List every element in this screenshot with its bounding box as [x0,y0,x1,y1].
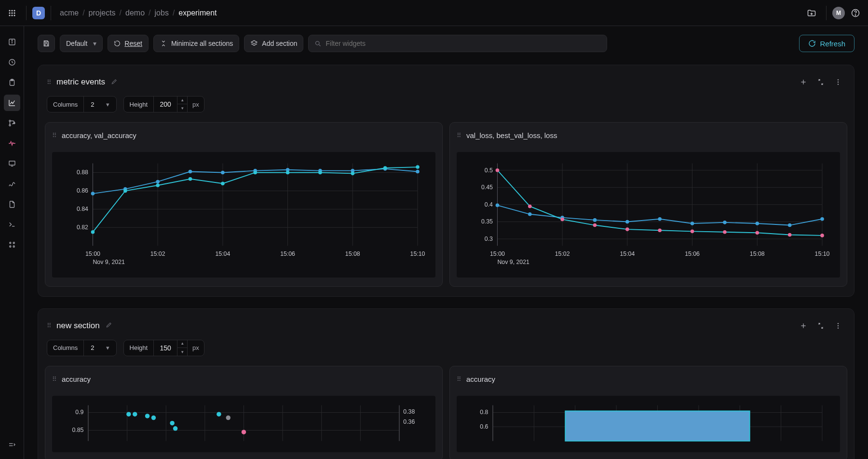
more-icon[interactable] [831,75,845,89]
plot-area[interactable]: 0.30.350.40.450.515:0015:0215:0415:0615:… [457,152,840,278]
svg-point-111 [625,220,629,224]
svg-point-8 [14,14,15,16]
svg-text:0.36: 0.36 [403,418,415,425]
crumb-demo[interactable]: demo [125,9,145,17]
layout-dropdown[interactable]: Default ▾ [60,35,103,52]
svg-text:15:00: 15:00 [85,250,100,257]
rail-apps-icon[interactable] [4,236,20,253]
chart-title: accuracy, val_accuracy [62,131,136,139]
crumb-experiment[interactable]: experiment [178,9,217,17]
svg-point-152 [133,412,137,416]
drag-handle-icon[interactable]: ⠿ [47,322,52,329]
svg-point-113 [691,222,694,225]
divider [26,6,27,20]
columns-label: Columns [47,340,84,356]
collapse-icon[interactable] [814,75,828,89]
top-bar: D acme / projects / demo / jobs / experi… [0,0,868,26]
filter-input-field[interactable] [326,40,601,47]
edit-icon[interactable] [111,78,118,86]
plot-area[interactable]: 0.60.8 [457,396,840,452]
svg-point-32 [316,41,320,45]
rail-charts-icon[interactable] [4,95,20,111]
svg-text:0.88: 0.88 [77,169,88,176]
save-button[interactable] [38,35,55,52]
plot-area[interactable]: 0.850.90.380.36 [52,396,435,452]
avatar[interactable]: M [832,7,845,19]
help-icon[interactable] [847,4,864,22]
svg-point-77 [253,171,257,175]
svg-text:0.82: 0.82 [77,224,88,231]
add-chart-icon[interactable] [796,319,811,333]
rail-branch-icon[interactable] [4,115,20,131]
rail-terminal-icon[interactable] [4,216,20,233]
stepper-up-icon[interactable]: ▲ [177,96,187,104]
svg-point-133 [838,327,839,328]
svg-point-78 [286,171,290,175]
add-chart-icon[interactable] [796,75,811,89]
section-title: new section [56,321,100,331]
height-input[interactable] [154,344,177,352]
rail-clipboard-icon[interactable] [4,74,20,91]
crumb-acme[interactable]: acme [60,9,79,17]
left-rail [0,26,24,459]
breadcrumb: acme / projects / demo / jobs / experime… [60,9,217,17]
divider [51,6,51,20]
rail-monitor-icon[interactable] [4,155,20,172]
svg-point-76 [221,181,225,185]
stepper-down-icon[interactable]: ▼ [177,104,187,112]
svg-text:0.6: 0.6 [480,423,488,430]
collapse-icon[interactable] [814,319,828,333]
columns-select[interactable]: 2 ▾ [84,97,116,112]
project-badge[interactable]: D [32,7,45,19]
svg-text:0.38: 0.38 [403,408,415,415]
svg-point-25 [13,242,14,244]
svg-point-26 [9,246,11,247]
svg-text:0.35: 0.35 [481,218,493,225]
rail-info-icon[interactable] [4,34,20,50]
svg-point-1 [11,10,13,11]
svg-point-154 [151,416,156,420]
rail-clock-icon[interactable] [4,54,20,70]
section-title: metric events [56,77,105,87]
refresh-button[interactable]: Refresh [799,35,854,52]
filter-widgets-input[interactable] [308,35,607,52]
svg-point-65 [221,171,225,175]
plot-area[interactable]: 0.820.840.860.8815:0015:0215:0415:0615:0… [52,152,435,278]
svg-point-79 [318,171,322,175]
svg-point-118 [496,168,500,172]
columns-control: Columns 2 ▾ [47,340,117,356]
stepper-up-icon[interactable]: ▲ [177,340,187,348]
minimize-button[interactable]: Minimize all sections [153,35,239,52]
svg-point-117 [820,217,824,221]
chevron-down-icon: ▾ [93,40,96,47]
svg-point-115 [755,222,759,225]
rail-heartbeat-icon[interactable] [4,135,20,152]
drag-handle-icon[interactable]: ⠿ [457,376,461,383]
divider [826,6,827,20]
drag-handle-icon[interactable]: ⠿ [457,132,461,139]
svg-point-19 [9,120,11,122]
stepper-down-icon[interactable]: ▼ [177,348,187,356]
svg-text:0.4: 0.4 [485,201,493,208]
drag-handle-icon[interactable]: ⠿ [52,376,57,383]
new-folder-icon[interactable] [803,4,820,22]
rail-expand-icon[interactable] [4,437,20,453]
reset-button[interactable]: Reset [108,35,149,52]
add-section-button[interactable]: Add section [244,35,303,52]
refresh-icon [808,40,816,47]
height-input[interactable] [154,100,177,108]
svg-point-155 [170,421,174,425]
svg-point-121 [593,223,597,227]
more-icon[interactable] [831,319,845,333]
columns-select[interactable]: 2 ▾ [84,340,116,356]
crumb-jobs[interactable]: jobs [155,9,169,17]
edit-icon[interactable] [106,321,112,330]
height-label: Height [124,340,154,356]
rail-doc-icon[interactable] [4,196,20,212]
drag-handle-icon[interactable]: ⠿ [47,79,52,86]
menu-icon[interactable] [4,5,20,21]
svg-point-74 [156,183,160,187]
drag-handle-icon[interactable]: ⠿ [52,132,57,139]
crumb-projects[interactable]: projects [89,9,116,17]
rail-curve-icon[interactable] [4,176,20,192]
